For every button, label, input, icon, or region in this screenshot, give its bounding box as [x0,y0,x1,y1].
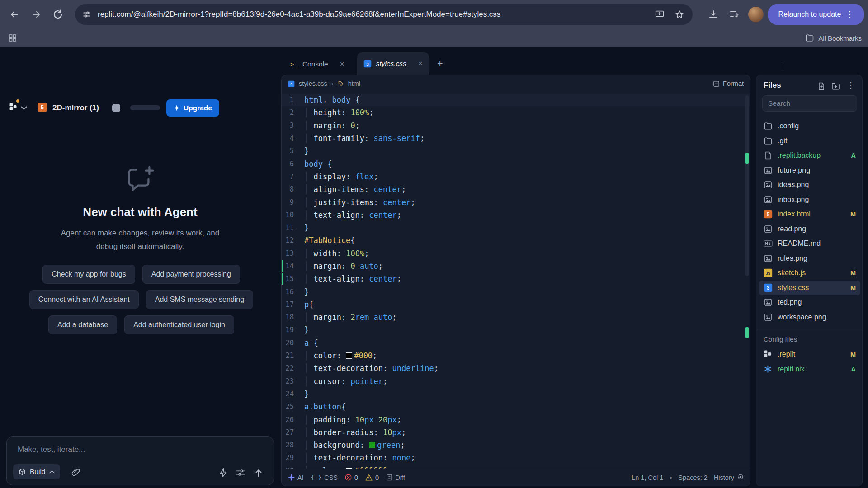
lightning-icon[interactable] [218,468,228,478]
diff-button[interactable]: Diff [386,474,405,481]
code-line[interactable]: 28 background: green; [282,439,750,451]
code-line[interactable]: 11} [282,221,750,234]
code-line[interactable]: 4 font-family: sans-serif; [282,132,750,145]
code-line[interactable]: 20a { [282,337,750,349]
media-queue-icon[interactable] [729,9,740,20]
file-item-workspace.png[interactable]: workspace.png [759,310,860,325]
file-item-.git[interactable]: .git [759,134,860,149]
suggestion-button[interactable]: Connect with an AI Assistant [29,290,139,309]
breadcrumb-file[interactable]: styles.css [299,80,327,87]
code-line[interactable]: 21 color: #000; [282,349,750,362]
code-line[interactable]: 8 align-items: center; [282,183,750,196]
code-line[interactable]: 17p{ [282,298,750,311]
code-line[interactable]: 1html, body { [282,94,750,106]
reload-icon[interactable] [52,9,63,20]
code-line[interactable]: 14 margin: 0 auto; [282,260,750,272]
site-settings-icon[interactable] [82,10,91,19]
new-tab-button[interactable]: + [437,58,443,70]
code-line[interactable]: 25a.button{ [282,400,750,413]
suggestion-button[interactable]: Add payment processing [142,265,240,284]
code-line[interactable]: 7 display: flex; [282,170,750,183]
file-item-rules.png[interactable]: rules.png [759,251,860,266]
code-line[interactable]: 15 text-align: center; [282,272,750,285]
code-line[interactable]: 10 text-align: center; [282,209,750,221]
code-line[interactable]: 26 padding: 10px 20px; [282,413,750,426]
code-line[interactable]: 6body { [282,157,750,170]
code-line[interactable]: 5} [282,145,750,157]
apps-grid-icon[interactable] [8,33,17,42]
suggestion-button[interactable]: Add a database [48,315,117,334]
settings-sliders-icon[interactable] [236,468,245,478]
file-item-index.html[interactable]: 5index.htmlM [759,207,860,222]
forward-icon[interactable] [31,9,42,20]
new-folder-icon[interactable] [831,82,840,91]
file-item-ideas.png[interactable]: ideas.png [759,178,860,192]
all-bookmarks[interactable]: All Bookmarks [805,29,862,47]
file-item-read.png[interactable]: read.png [759,222,860,237]
code-line[interactable]: 29 text-decoration: none; [282,451,750,464]
scrollbar-thumb[interactable] [745,95,749,276]
code-line[interactable]: 23 cursor: pointer; [282,375,750,388]
file-item-ted.png[interactable]: ted.png [759,295,860,310]
code-text: text-align: center; [302,274,401,283]
files-search-input[interactable] [762,95,857,112]
warnings-indicator[interactable]: 0 [365,474,379,481]
code-editor[interactable]: 1html, body {2 height: 100%;3 margin: 0;… [282,94,750,469]
file-item-.replit.backup[interactable]: .replit.backupA [759,148,860,163]
ai-toggle[interactable]: AI [288,474,304,481]
kebab-menu-icon[interactable]: ⋮ [845,9,854,19]
code-line[interactable]: 16} [282,285,750,298]
code-line[interactable]: 3 margin: 0; [282,119,750,132]
history-button[interactable]: History [714,474,744,481]
tab-styles-css[interactable]: 3 styles.css × [357,52,429,75]
code-line[interactable]: 2 height: 100%; [282,106,750,119]
cursor-position[interactable]: Ln 1, Col 1 [632,474,663,481]
code-line[interactable]: 22 text-decoration: underline; [282,362,750,375]
code-line[interactable]: 18 margin: 2rem auto; [282,311,750,324]
chat-input[interactable] [18,445,262,454]
code-line[interactable]: 24} [282,388,750,400]
file-item-.config[interactable]: .config [759,119,860,134]
install-app-icon[interactable] [655,9,665,19]
file-item-sketch.js[interactable]: JSsketch.jsM [759,266,860,281]
attach-icon[interactable] [71,467,81,477]
file-item-README.md[interactable]: README.md [759,236,860,251]
suggestion-button[interactable]: Add authenticated user login [124,315,234,334]
spaces-indicator[interactable]: Spaces: 2 [678,474,708,481]
suggestion-button[interactable]: Check my app for bugs [42,265,135,284]
kebab-menu-icon[interactable]: ⋮ [847,80,855,90]
code-line[interactable]: 13 width: 100%; [282,247,750,260]
color-swatch[interactable] [369,442,375,448]
close-icon[interactable]: × [418,59,423,68]
code-line[interactable]: 30 color: #ffffff; [282,465,750,469]
close-icon[interactable]: × [340,60,344,69]
language-indicator[interactable]: {-} CSS [311,474,338,481]
code-line[interactable]: 9 justify-items: center; [282,196,750,208]
address-bar[interactable]: replit.com/@alfkeih/2D-mirror-1?replId=8… [75,4,693,25]
chat-input-box[interactable]: Build [6,436,274,485]
errors-indicator[interactable]: 0 [345,474,358,481]
tab-console[interactable]: >_ Console × [284,53,351,75]
file-item-inbox.png[interactable]: inbox.png [759,192,860,207]
code-line[interactable]: 12#TabNotice{ [282,234,750,247]
back-icon[interactable] [9,9,20,20]
file-item-future.png[interactable]: future.png [759,163,860,178]
line-number: 24 [282,390,302,398]
file-item-styles.css[interactable]: 3styles.cssM [759,281,860,296]
relaunch-button[interactable]: Relaunch to update ⋮ [768,4,864,25]
file-item-replit.nix[interactable]: replit.nixA [759,362,860,377]
downloads-icon[interactable] [708,9,719,20]
avatar[interactable] [748,7,764,22]
format-button[interactable]: Format [713,80,744,87]
send-icon[interactable] [254,468,264,478]
breadcrumb-node[interactable]: html [348,80,360,87]
bookmark-star-icon[interactable] [675,9,684,19]
color-swatch[interactable] [346,352,352,359]
dot-separator: • [670,474,672,481]
file-item-.replit[interactable]: .replitM [759,347,860,362]
build-mode-button[interactable]: Build [13,464,60,479]
new-file-icon[interactable] [817,82,826,91]
suggestion-button[interactable]: Add SMS message sending [146,290,253,309]
code-line[interactable]: 19} [282,324,750,336]
code-line[interactable]: 27 border-radius: 10px; [282,426,750,439]
